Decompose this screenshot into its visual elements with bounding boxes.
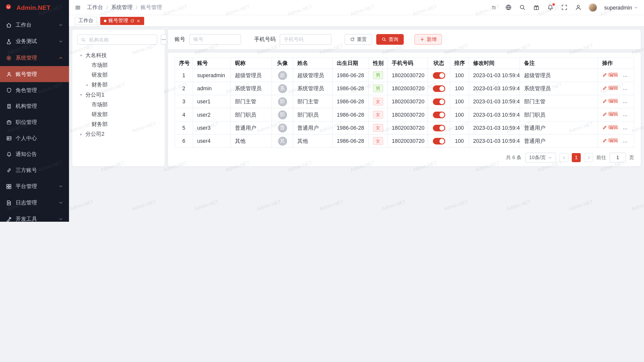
search-icon — [382, 37, 387, 42]
row-more-button[interactable] — [622, 73, 628, 79]
tree-node[interactable]: 财务部 — [77, 80, 160, 90]
caret-right-icon — [85, 83, 90, 87]
cell-order: 100 — [450, 69, 469, 82]
sidebar-item-home[interactable]: 工作台 — [0, 17, 69, 33]
tree-node[interactable]: 分公司2 — [77, 129, 160, 139]
row-avatar: 其 — [278, 137, 287, 146]
row-more-button[interactable] — [622, 86, 628, 92]
phone-input[interactable] — [280, 34, 332, 45]
status-toggle[interactable] — [433, 85, 445, 92]
sidebar-item-flask[interactable]: 业务测试 — [0, 33, 69, 50]
next-page-button[interactable] — [584, 153, 593, 162]
header-actions: Tt superadmin — [491, 3, 638, 12]
breadcrumb-separator: / — [136, 4, 137, 10]
breadcrumb-item-workbench[interactable]: 工作台 — [87, 4, 103, 11]
tree-node[interactable]: 市场部 — [77, 100, 160, 110]
bell-icon — [547, 4, 553, 11]
cell-order: 100 — [450, 95, 469, 108]
theme-button[interactable] — [533, 4, 540, 11]
cell-account: user3 — [193, 121, 231, 134]
search-button[interactable]: 查询 — [376, 34, 404, 45]
notification-button[interactable] — [547, 4, 554, 11]
menu-collapse-button[interactable] — [75, 4, 82, 11]
sidebar-item-wrench[interactable]: 开发工具 — [0, 211, 69, 222]
row-more-button[interactable] — [622, 100, 628, 105]
sidebar-subitem-profile[interactable]: 个人中心 — [0, 130, 69, 146]
status-toggle[interactable] — [433, 98, 445, 105]
edit-button[interactable]: 编辑 — [602, 85, 618, 92]
font-size-button[interactable]: Tt — [491, 4, 498, 11]
tree-node[interactable]: 研发部 — [77, 110, 160, 119]
row-more-button[interactable] — [622, 113, 628, 118]
edit-button[interactable]: 编辑 — [602, 137, 618, 144]
sidebar-item-doc[interactable]: 日志管理 — [0, 195, 69, 211]
tab-refresh-button[interactable] — [130, 19, 134, 23]
cell-actions: 编辑 — [598, 121, 634, 134]
tab-account-management[interactable]: 账号管理 — [100, 17, 144, 25]
cell-gender: 女 — [369, 134, 387, 148]
prev-page-button[interactable] — [559, 153, 569, 162]
status-toggle[interactable] — [433, 72, 445, 79]
column-header: 备注 — [520, 58, 598, 69]
sidebar-subitem-link[interactable]: 三方账号 — [0, 162, 69, 178]
reset-button[interactable]: 重置 — [345, 34, 372, 45]
column-header: 姓名 — [293, 58, 333, 69]
edit-button[interactable]: 编辑 — [602, 72, 618, 79]
cell-modified-time: 2023-01-03 10:59:44 — [469, 134, 520, 148]
logo[interactable]: Admin.NET — [0, 0, 69, 15]
column-header: 操作 — [598, 58, 634, 69]
breadcrumb-separator: / — [106, 4, 108, 10]
cell-birthdate: 1986-06-28 — [333, 82, 369, 95]
row-more-button[interactable] — [622, 139, 628, 145]
org-more-button[interactable] — [160, 34, 167, 45]
add-button[interactable]: 新增 — [414, 34, 442, 45]
sidebar-item-grid[interactable]: 平台管理 — [0, 178, 69, 195]
sidebar-subitem-shield[interactable]: 角色管理 — [0, 82, 69, 98]
account-input[interactable] — [189, 34, 241, 45]
edit-button[interactable]: 编辑 — [602, 124, 618, 131]
page-1-button[interactable]: 1 — [572, 153, 581, 162]
tree-node[interactable]: 财务部 — [77, 119, 160, 129]
sidebar-subitem-user[interactable]: 账号管理 — [0, 66, 69, 82]
refresh-icon — [350, 37, 355, 42]
sidebar-subitem-badge[interactable]: 职位管理 — [0, 114, 69, 130]
cell-order: 100 — [450, 82, 469, 95]
shield-icon — [6, 87, 12, 93]
language-button[interactable] — [505, 4, 512, 11]
cell-avatar: 部 — [272, 108, 293, 121]
chevron-up-icon — [58, 55, 63, 60]
caret-down-icon — [79, 53, 83, 58]
cell-gender: 男 — [369, 82, 387, 95]
tree-node[interactable]: 大名科技 — [77, 51, 160, 60]
tab-label: 账号管理 — [108, 17, 128, 24]
status-toggle[interactable] — [433, 112, 445, 118]
breadcrumb-item-system[interactable]: 系统管理 — [111, 4, 133, 11]
status-toggle[interactable] — [433, 125, 445, 131]
tree-node-label: 研发部 — [90, 71, 108, 79]
tree-node[interactable]: 分公司1 — [77, 90, 160, 100]
profile-button[interactable] — [575, 4, 582, 11]
fullscreen-button[interactable] — [561, 4, 568, 11]
sidebar-item-gear[interactable]: 系统管理 — [0, 50, 69, 66]
cell-remark: 部门主管 — [520, 95, 598, 108]
row-avatar: 部 — [278, 97, 287, 106]
edit-button[interactable]: 编辑 — [602, 98, 618, 105]
avatar[interactable] — [589, 3, 597, 12]
goto-page-input[interactable] — [610, 153, 626, 162]
row-more-button[interactable] — [622, 126, 628, 131]
user-menu[interactable]: superadmin — [604, 4, 638, 10]
tab-close-button[interactable] — [136, 19, 140, 23]
global-search-button[interactable] — [519, 4, 526, 11]
status-toggle[interactable] — [433, 138, 445, 144]
cell-gender: 男 — [369, 69, 387, 82]
org-search-input[interactable] — [88, 36, 154, 43]
cell-status — [428, 134, 450, 148]
tree-node[interactable]: 研发部 — [77, 70, 160, 80]
page-size-select[interactable]: 10条/页 — [526, 153, 556, 162]
edit-button[interactable]: 编辑 — [602, 111, 618, 118]
sidebar-subitem-building[interactable]: 机构管理 — [0, 98, 69, 114]
tree-node[interactable]: 市场部 — [77, 60, 160, 70]
sidebar-subitem-bell[interactable]: 通知公告 — [0, 146, 69, 162]
tab-workbench[interactable]: 工作台 — [75, 17, 97, 25]
tree-node-label: 市场部 — [90, 62, 108, 69]
